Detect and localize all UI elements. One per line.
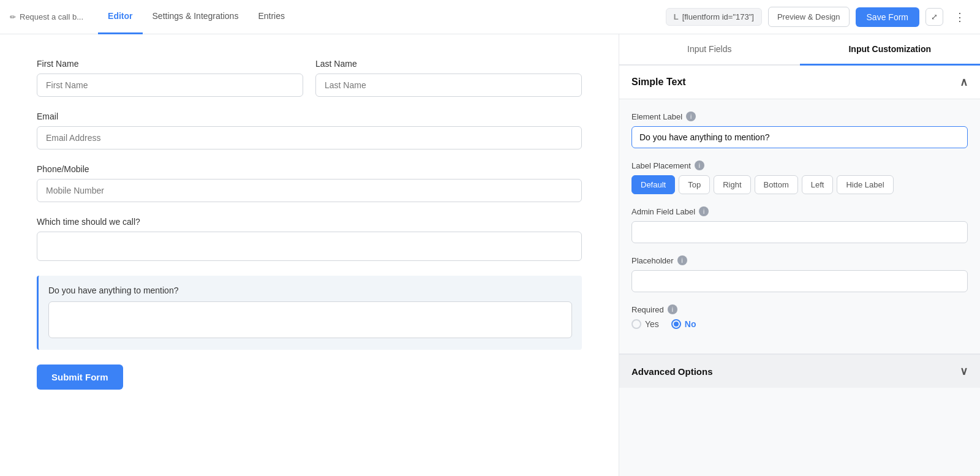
shortcode-badge[interactable]: L [fluentform id="173"]: [666, 8, 762, 26]
email-label: Email: [37, 111, 582, 121]
submit-form-button[interactable]: Submit Form: [37, 365, 123, 390]
panel-content: Simple Text ∧ Element Label i Label Plac…: [619, 66, 980, 388]
name-row: First Name Last Name: [37, 59, 582, 97]
breadcrumb-text: Request a call b...: [20, 12, 83, 21]
nav-left: ✏ Request a call b... Editor Settings & …: [10, 0, 295, 34]
email-input[interactable]: [37, 126, 582, 149]
nav-right: L [fluentform id="173"] Preview & Design…: [666, 7, 970, 27]
mention-field-group: Do you have anything to mention?: [37, 276, 582, 350]
element-label-group: Element Label i: [631, 111, 968, 148]
phone-group: Phone/Mobile: [37, 164, 582, 202]
first-name-label: First Name: [37, 59, 303, 69]
placeholder-input[interactable]: [631, 270, 968, 292]
phone-label: Phone/Mobile: [37, 164, 582, 174]
more-options-button[interactable]: ⋮: [949, 8, 970, 26]
tab-editor[interactable]: Editor: [98, 0, 142, 34]
placeholder-info-icon[interactable]: i: [677, 255, 687, 265]
top-navigation: ✏ Request a call b... Editor Settings & …: [0, 0, 980, 34]
breadcrumb[interactable]: ✏ Request a call b...: [10, 12, 83, 21]
element-label-input[interactable]: [631, 126, 968, 148]
placement-bottom-btn[interactable]: Bottom: [755, 175, 798, 194]
last-name-input[interactable]: [315, 74, 582, 97]
required-no-radio[interactable]: [671, 319, 681, 329]
call-time-label: Which time should we call?: [37, 217, 582, 227]
label-placement-text: Label Placement: [631, 161, 691, 170]
mention-textarea[interactable]: [48, 301, 572, 338]
collapse-icon[interactable]: ∧: [960, 75, 968, 89]
admin-field-label-info-icon[interactable]: i: [699, 206, 709, 216]
required-group: Required i Yes No: [631, 304, 968, 329]
placement-default-btn[interactable]: Default: [631, 175, 675, 194]
element-label-row: Element Label i: [631, 111, 968, 121]
label-placement-group: Label Placement i Default Top Right Bott…: [631, 161, 968, 194]
advanced-chevron-icon[interactable]: ∨: [960, 365, 968, 378]
main-layout: First Name Last Name Email Phone/Mobile …: [0, 34, 980, 476]
tab-input-customization[interactable]: Input Customization: [800, 34, 981, 66]
save-form-button[interactable]: Save Form: [856, 7, 919, 27]
last-name-group: Last Name: [315, 59, 582, 97]
expand-button[interactable]: ⤢: [925, 8, 943, 26]
mention-label: Do you have anything to mention?: [48, 285, 572, 295]
placement-top-btn[interactable]: Top: [679, 175, 710, 194]
advanced-options-title: Advanced Options: [631, 366, 713, 377]
admin-field-label-row: Admin Field Label i: [631, 206, 968, 216]
preview-design-button[interactable]: Preview & Design: [768, 7, 850, 27]
last-name-label: Last Name: [315, 59, 582, 69]
placement-hide-label-btn[interactable]: Hide Label: [837, 175, 893, 194]
email-group: Email: [37, 111, 582, 149]
tab-settings[interactable]: Settings & Integrations: [143, 0, 249, 34]
required-label-row: Required i: [631, 304, 968, 314]
label-placement-row: Label Placement i: [631, 161, 968, 170]
phone-input[interactable]: [37, 179, 582, 202]
placeholder-group: Placeholder i: [631, 255, 968, 292]
required-label-text: Required: [631, 305, 664, 314]
expand-icon: ⤢: [931, 12, 938, 21]
required-yes-radio[interactable]: [631, 319, 641, 329]
nav-tabs: Editor Settings & Integrations Entries: [98, 0, 295, 34]
required-radio-group: Yes No: [631, 319, 968, 329]
tab-entries[interactable]: Entries: [248, 0, 295, 34]
shortcode-text: [fluentform id="173"]: [682, 12, 754, 21]
advanced-options-header[interactable]: Advanced Options ∨: [619, 354, 980, 388]
tab-input-fields[interactable]: Input Fields: [619, 34, 800, 66]
call-time-group: Which time should we call?: [37, 217, 582, 261]
more-icon: ⋮: [954, 11, 965, 23]
form-editor: First Name Last Name Email Phone/Mobile …: [0, 34, 619, 476]
element-label-text: Element Label: [631, 112, 682, 121]
label-placement-info-icon[interactable]: i: [695, 161, 704, 170]
right-panel: Input Fields Input Customization Simple …: [619, 34, 980, 476]
element-label-info-icon[interactable]: i: [686, 111, 696, 121]
first-name-input[interactable]: [37, 74, 303, 97]
first-name-group: First Name: [37, 59, 303, 97]
placement-buttons: Default Top Right Bottom Left Hide Label: [631, 175, 968, 194]
placement-left-btn[interactable]: Left: [802, 175, 834, 194]
placeholder-label-row: Placeholder i: [631, 255, 968, 265]
admin-field-label-input[interactable]: [631, 221, 968, 243]
placeholder-label-text: Placeholder: [631, 256, 674, 265]
call-time-input[interactable]: [37, 232, 582, 261]
required-info-icon[interactable]: i: [668, 304, 677, 314]
required-yes-label: Yes: [645, 319, 659, 329]
placement-right-btn[interactable]: Right: [714, 175, 750, 194]
shortcode-icon: L: [674, 12, 679, 21]
admin-field-label-text: Admin Field Label: [631, 207, 695, 216]
required-no-option[interactable]: No: [671, 319, 696, 329]
panel-tabs: Input Fields Input Customization: [619, 34, 980, 66]
required-no-label: No: [685, 319, 696, 329]
required-yes-option[interactable]: Yes: [631, 319, 659, 329]
simple-text-title: Simple Text: [631, 77, 686, 88]
pen-icon: ✏: [10, 13, 16, 21]
simple-text-section-header: Simple Text ∧: [619, 66, 980, 99]
admin-field-label-group: Admin Field Label i: [631, 206, 968, 243]
simple-text-body: Element Label i Label Placement i Defaul…: [619, 99, 980, 353]
